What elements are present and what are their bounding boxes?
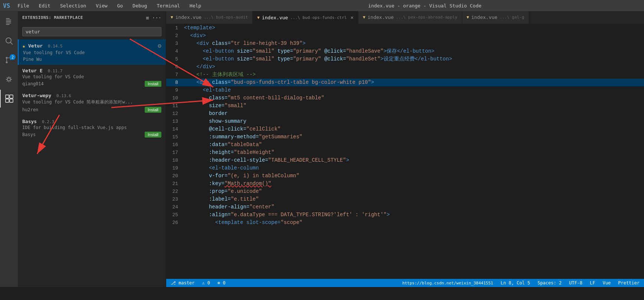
code-line-10: 10 class="mt5 content-bill-dialog-table" — [166, 94, 644, 102]
code-editor[interactable]: 1 <template> 2 <div> 3 <div class="tr li… — [166, 24, 644, 279]
activity-search[interactable] — [0, 32, 18, 50]
svg-rect-14 — [10, 99, 13, 102]
ext-header: Vetur 0.14.5 ⚙ — [23, 42, 161, 49]
install-button[interactable]: Install — [145, 81, 161, 87]
tab-bud-ops-audit[interactable]: ▼ index.vue ...\ bud-ops-audit — [166, 11, 253, 24]
svg-rect-4 — [6, 24, 10, 25]
code-line-7: 7 <!-- 主体列表区域 --> — [166, 71, 644, 79]
sidebar-title: EXTENSIONS: MARKETPLACE — [22, 15, 83, 20]
status-language[interactable]: Vue — [601, 280, 612, 286]
search-input[interactable] — [26, 29, 158, 34]
more-actions-icon[interactable]: ··· — [152, 15, 161, 21]
activity-extensions[interactable] — [0, 90, 18, 108]
gear-icon[interactable]: ⚙ — [158, 42, 161, 49]
git-badge: 2 — [10, 54, 16, 60]
menu-view[interactable]: View — [94, 2, 109, 9]
star-icon: ★ — [22, 43, 25, 49]
tab-path: ...\ gal-g — [500, 15, 524, 20]
code-line-2: 2 <div> — [166, 32, 644, 40]
ext-version: 0.11.7 — [48, 69, 63, 73]
ext-header: Vetur E 0.11.7 — [22, 68, 161, 73]
svg-rect-3 — [6, 23, 11, 23]
code-line-11: 11 size="small" — [166, 102, 644, 110]
tab-label: index.vue — [175, 14, 201, 20]
menu-help[interactable]: Help — [188, 2, 203, 9]
status-eol[interactable]: LF — [588, 280, 597, 286]
code-line-6: 6 </div> — [166, 63, 644, 71]
status-errors[interactable]: ⚠ 0 — [201, 280, 212, 286]
activity-git[interactable]: 2 — [0, 51, 18, 69]
install-button[interactable]: Install — [145, 107, 161, 113]
code-line-14: 14 @cell-click="cellClick" — [166, 125, 644, 133]
tab-path: ...\ bud-ops-funds-ctrl — [290, 15, 346, 20]
menu-go[interactable]: Go — [116, 2, 125, 9]
status-cursor[interactable]: Ln 8, Col 5 — [499, 280, 531, 286]
svg-rect-0 — [6, 18, 10, 19]
ext-version: 0.14.5 — [48, 44, 63, 49]
svg-rect-13 — [6, 99, 9, 102]
svg-rect-1 — [6, 20, 11, 20]
code-line-9: 9 <el-table — [166, 86, 644, 94]
code-line-22: 22 :prop="e.unicode" — [166, 188, 644, 195]
menu-bar: File Edit Selection View Go Debug Termin… — [16, 2, 203, 9]
window-title: index.vue - orange - Visual Studio Code — [208, 3, 641, 9]
code-line-15: 15 :summary-method="getSummaries" — [166, 133, 644, 141]
filter-icon[interactable]: ≡ — [146, 15, 149, 21]
ext-item-vetur[interactable]: ★ Vetur 0.14.5 ⚙ Vue tooling for VS Code… — [18, 39, 166, 65]
activity-explorer[interactable] — [0, 13, 18, 30]
status-bar: ⎇ master ⚠ 0 ⊗ 0 https://blog.csdn.net/w… — [166, 279, 644, 287]
sidebar-actions: ≡ ··· — [146, 15, 161, 21]
svg-rect-11 — [6, 95, 9, 98]
code-line-4: 4 <el-button size="small" type="primary"… — [166, 47, 644, 55]
code-line-21: 21 :key="Math.random()" — [166, 180, 644, 188]
status-right: https://blog.csdn.net/weixin_38441551 Ln… — [401, 280, 641, 286]
menu-edit[interactable]: Edit — [37, 2, 52, 9]
activity-debug[interactable] — [0, 70, 18, 88]
status-branch[interactable]: ⎇ master — [169, 280, 196, 286]
extension-list: ★ Vetur 0.14.5 ⚙ Vue tooling for VS Code… — [18, 39, 166, 287]
tab-label: index.vue — [368, 14, 394, 20]
code-line-26: 26 <template slot-scope="scope" — [166, 219, 644, 227]
ext-version: 0.13.6 — [56, 93, 71, 98]
code-line-13: 13 show-summary — [166, 118, 644, 125]
ext-name: Basys — [22, 119, 37, 124]
menu-terminal[interactable]: Terminal — [155, 2, 181, 9]
ext-item-basys[interactable]: Basys 0.2.3 IDE for building full-stack … — [18, 116, 166, 141]
status-spaces[interactable]: Spaces: 2 — [536, 280, 563, 286]
search-box[interactable] — [22, 27, 161, 36]
tab-icon: ▼ — [467, 15, 469, 20]
ext-name: Vetur — [23, 43, 43, 49]
ext-desc: IDE for building full-stack Vue.js apps — [22, 125, 161, 130]
ext-item-vetur-e[interactable]: Vetur E 0.11.7 Vue tooling for VS Code q… — [18, 65, 166, 90]
ext-version: 0.2.3 — [42, 119, 54, 124]
code-line-12: 12 border — [166, 110, 644, 118]
tab-gal-g[interactable]: ▼ index.vue ...\ gal-g — [462, 11, 529, 24]
tab-label: index.vue — [262, 15, 288, 20]
status-warnings[interactable]: ⊗ 0 — [216, 280, 227, 286]
tab-bud-ops-funds-ctrl[interactable]: ▼ index.vue ...\ bud-ops-funds-ctrl × — [253, 11, 358, 24]
svg-point-9 — [6, 62, 8, 63]
editor-area: ▼ index.vue ...\ bud-ops-audit ▼ index.v… — [166, 11, 644, 287]
svg-rect-12 — [10, 95, 13, 98]
menu-file[interactable]: File — [16, 2, 30, 9]
svg-rect-2 — [6, 21, 11, 22]
tab-pex-ops-abroad-apply[interactable]: ▼ index.vue ...\ pex-ops-abroad-apply — [358, 11, 462, 24]
vscode-logo: VS — [3, 2, 10, 9]
ext-item-vetur-wepy[interactable]: Vetur-wepy 0.13.6 Vue tooling for VS Cod… — [18, 90, 166, 116]
install-button[interactable]: Install — [145, 132, 161, 138]
ext-desc: Vue tooling for VS Code — [23, 50, 161, 55]
ext-author: qiang014 Install — [22, 81, 161, 87]
title-bar: VS File Edit Selection View Go Debug Ter… — [0, 0, 644, 11]
ext-header: Basys 0.2.3 — [22, 119, 161, 124]
tab-close-button[interactable]: × — [351, 14, 354, 20]
code-line-23: 23 :label="e.title" — [166, 195, 644, 203]
ext-name: Vetur E — [22, 68, 43, 73]
code-line-5: 5 <el-button size="small" type="primary"… — [166, 55, 644, 63]
ext-name: Vetur-wepy — [22, 93, 51, 98]
status-encoding[interactable]: UTF-8 — [568, 280, 584, 286]
code-line-24: 24 header-align="center" — [166, 203, 644, 211]
svg-point-5 — [6, 38, 11, 43]
menu-selection[interactable]: Selection — [59, 2, 88, 9]
menu-debug[interactable]: Debug — [131, 2, 148, 9]
status-formatter[interactable]: Prettier — [617, 280, 641, 286]
